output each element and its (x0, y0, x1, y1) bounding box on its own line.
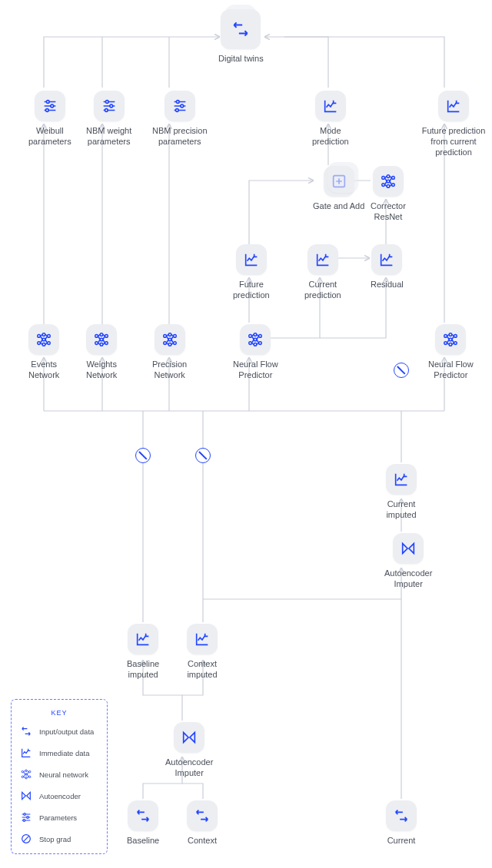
node-residual: Residual (371, 244, 404, 290)
svg-point-29 (105, 335, 108, 338)
nn-icon (435, 324, 466, 355)
svg-point-40 (254, 333, 258, 336)
svg-point-38 (249, 335, 252, 338)
label: Digital twins (218, 54, 264, 65)
node-corrector: Corrector ResNet (371, 166, 406, 223)
node-nbm-weight: NBM weight parameters (86, 91, 131, 147)
label: Baseline imputed (127, 659, 159, 681)
legend-label: Neural network (39, 770, 88, 779)
io-icon (128, 800, 158, 831)
svg-point-13 (387, 180, 390, 183)
svg-point-51 (454, 342, 457, 345)
legend-label: Parameters (39, 813, 77, 822)
svg-point-17 (38, 335, 41, 338)
svg-point-44 (259, 342, 262, 345)
ae-icon (19, 789, 33, 803)
legend-label: Input/output data (39, 727, 94, 736)
immediate-icon (371, 244, 402, 275)
io-icon (187, 800, 218, 831)
svg-point-21 (42, 343, 45, 346)
label: Current imputed (386, 499, 416, 521)
immediate-icon (438, 91, 469, 121)
svg-point-41 (254, 338, 258, 341)
label: Corrector ResNet (371, 201, 406, 223)
node-nfp-right: Neural Flow Predictor (428, 324, 474, 381)
svg-point-32 (163, 342, 166, 345)
immediate-icon (19, 746, 33, 760)
svg-point-60 (27, 817, 29, 819)
node-baseline-imputed: Baseline imputed (127, 624, 159, 681)
node-current-pred: Current prediction (304, 244, 341, 301)
ae-icon (393, 533, 424, 564)
svg-point-20 (42, 338, 45, 341)
svg-point-2 (45, 109, 48, 112)
node-current: Current (386, 800, 417, 846)
label: Future prediction from current predictio… (415, 126, 492, 157)
params-icon (19, 810, 33, 824)
svg-point-45 (444, 335, 447, 338)
svg-point-46 (444, 342, 447, 345)
svg-point-43 (259, 335, 262, 338)
label: NBM precision parameters (152, 126, 208, 147)
svg-point-28 (100, 343, 103, 346)
svg-point-33 (168, 333, 171, 336)
node-nfp-left: Neural Flow Predictor (233, 324, 278, 381)
stop-grad-marker (135, 448, 151, 463)
immediate-icon (187, 624, 218, 654)
svg-point-36 (173, 335, 176, 338)
svg-point-8 (175, 109, 178, 112)
immediate-icon (308, 244, 338, 275)
svg-point-48 (450, 338, 453, 341)
svg-point-24 (95, 335, 98, 338)
label: Residual (371, 280, 404, 290)
node-baseline: Baseline (127, 800, 159, 846)
params-icon (35, 91, 65, 121)
diagram-canvas: Digital twins Weibull parameters NBM wei… (0, 0, 492, 868)
legend-item: Parameters (19, 810, 99, 824)
svg-point-53 (22, 776, 23, 777)
label: Current prediction (304, 280, 341, 301)
svg-point-59 (24, 813, 26, 816)
svg-point-25 (95, 342, 98, 345)
svg-point-35 (168, 343, 171, 346)
node-future-pred: Future prediction (233, 244, 270, 301)
svg-point-39 (249, 342, 252, 345)
svg-point-19 (42, 333, 45, 336)
svg-point-27 (100, 338, 103, 341)
label: Current (387, 836, 416, 846)
legend-item: Input/output data (19, 724, 99, 738)
label: Baseline (127, 836, 159, 846)
node-events-network: Events Network (28, 324, 59, 381)
svg-point-52 (22, 770, 23, 772)
label: Weights Network (86, 359, 117, 381)
node-weibull-params: Weibull parameters (28, 91, 71, 147)
svg-point-61 (23, 820, 25, 822)
svg-point-10 (382, 177, 385, 180)
legend-label: Autoencoder (39, 792, 81, 800)
svg-point-15 (392, 177, 395, 180)
stopgrad-icon (19, 832, 33, 846)
legend-item: Stop grad (19, 832, 99, 846)
svg-point-3 (105, 101, 108, 104)
svg-point-22 (48, 335, 51, 338)
label: Neural Flow Predictor (233, 359, 278, 381)
legend-item: Neural network (19, 767, 99, 781)
svg-point-58 (28, 776, 30, 777)
svg-point-11 (382, 184, 385, 187)
io-icon (221, 9, 261, 49)
svg-point-4 (110, 104, 113, 108)
ae-icon (174, 722, 204, 753)
label: Events Network (28, 359, 59, 381)
node-nbm-precision: NBM precision parameters (152, 91, 208, 147)
svg-point-1 (51, 104, 54, 108)
svg-point-16 (392, 184, 395, 187)
node-future-from-current: Future prediction from current predictio… (415, 91, 492, 157)
svg-point-0 (46, 101, 49, 104)
node-autoencoder-1: Autoencoder Imputer (165, 722, 213, 779)
stop-grad-marker (195, 448, 211, 463)
node-precision-network: Precision Network (152, 324, 187, 381)
label: Context (188, 836, 217, 846)
legend-label: Stop grad (39, 835, 71, 843)
node-context: Context (187, 800, 218, 846)
svg-point-47 (450, 333, 453, 336)
